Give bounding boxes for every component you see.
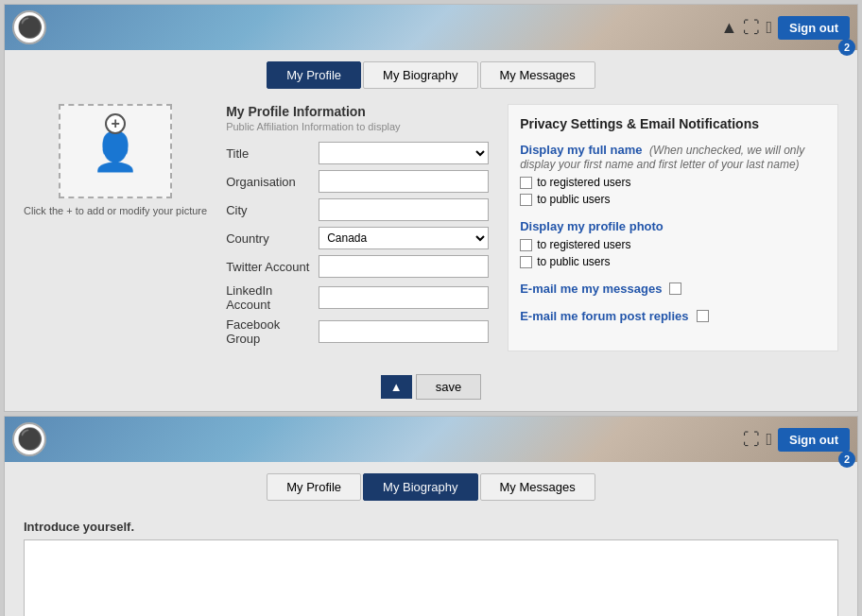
- content-area-1: + 👤 Click the + to add or modify your pi…: [5, 96, 857, 367]
- photo-caption: Click the + to add or modify your pictur…: [24, 204, 207, 218]
- display-name-registered-checkbox[interactable]: [520, 177, 532, 189]
- title-select[interactable]: [319, 142, 489, 164]
- header-left: ⚫: [12, 10, 46, 44]
- header-2: ⚫ ⛶  Sign out 2: [5, 417, 857, 462]
- tab-my-messages-2[interactable]: My Messages: [480, 473, 595, 501]
- upload-button[interactable]: ▲: [381, 375, 412, 399]
- facebook-label: Facebook Group: [226, 317, 311, 346]
- notification-badge-2: 2: [838, 451, 855, 468]
- facebook-row: Facebook Group: [226, 317, 489, 346]
- header-left-2: ⚫: [12, 422, 46, 456]
- privacy-section: Privacy Settings & Email Notifications D…: [508, 104, 838, 351]
- android-icon-2: ⛶: [743, 430, 760, 450]
- tab-my-messages[interactable]: My Messages: [480, 61, 595, 89]
- city-row: City: [226, 198, 489, 221]
- tabs-row-1: My Profile My Biography My Messages: [5, 50, 857, 96]
- email-messages-row: E-mail me my messages: [520, 282, 826, 296]
- avatar-2: ⚫: [12, 422, 46, 456]
- person-icon: 👤: [92, 132, 139, 170]
- save-row-1: ▲ save: [5, 367, 857, 411]
- header-1: ⚫ ▲ ⛶  Sign out 2: [5, 5, 857, 50]
- tabs-row-2: My Profile My Biography My Messages: [5, 462, 857, 508]
- email-forum-label: E-mail me forum post replies: [520, 309, 688, 323]
- add-photo-button[interactable]: +: [105, 113, 126, 134]
- linkedin-input[interactable]: [319, 286, 489, 309]
- header-icons-2: ⛶  Sign out: [743, 428, 850, 452]
- header-icons: ▲ ⛶  Sign out: [721, 16, 850, 40]
- display-name-registered-label: to registered users: [537, 176, 630, 189]
- form-subtitle: Public Affiliation Information to displa…: [226, 121, 489, 132]
- display-photo-row: Display my profile photo to registered u…: [520, 219, 826, 268]
- facebook-input[interactable]: [319, 320, 489, 343]
- display-photo-public-row: to public users: [520, 255, 826, 268]
- save-button-1[interactable]: save: [416, 374, 481, 400]
- panel-my-profile: ⚫ ▲ ⛶  Sign out 2 My Profile My Biograp…: [4, 4, 858, 412]
- tab-my-profile-2[interactable]: My Profile: [267, 473, 361, 501]
- signout-button-2[interactable]: Sign out: [778, 428, 850, 452]
- display-name-public-checkbox[interactable]: [520, 194, 532, 206]
- display-photo-label: Display my profile photo: [520, 219, 664, 233]
- email-messages-checkbox[interactable]: [669, 282, 681, 295]
- notification-badge: 2: [838, 39, 855, 56]
- display-photo-public-checkbox[interactable]: [520, 256, 532, 268]
- display-photo-registered-label: to registered users: [537, 238, 630, 251]
- title-label: Title: [226, 146, 311, 161]
- organisation-input[interactable]: [319, 170, 489, 193]
- twitter-input[interactable]: [319, 255, 489, 278]
- email-forum-checkbox[interactable]: [697, 310, 709, 322]
- country-label: Country: [226, 231, 311, 246]
- panel-my-biography: ⚫ ⛶  Sign out 2 My Profile My Biography…: [4, 416, 858, 616]
- photo-column: + 👤 Click the + to add or modify your pi…: [24, 104, 207, 351]
- display-name-public-row: to public users: [520, 193, 826, 206]
- profile-form: My Profile Information Public Affiliatio…: [226, 104, 489, 351]
- bio-content: Introduce yourself.: [5, 508, 857, 616]
- display-name-label: Display my full name: [520, 143, 642, 157]
- display-photo-registered-checkbox[interactable]: [520, 239, 532, 251]
- display-photo-public-label: to public users: [537, 255, 610, 268]
- signout-button[interactable]: Sign out: [778, 16, 850, 40]
- tab-my-profile[interactable]: My Profile: [267, 61, 361, 89]
- email-messages-label: E-mail me my messages: [520, 282, 662, 296]
- linkedin-row: LinkedIn Account: [226, 283, 489, 312]
- twitter-row: Twitter Account: [226, 255, 489, 278]
- city-label: City: [226, 203, 311, 217]
- email-forum-row: E-mail me forum post replies: [520, 309, 826, 323]
- country-row: Country Canada: [226, 227, 489, 249]
- android-icon: ▲: [721, 18, 738, 38]
- display-name-public-label: to public users: [537, 193, 610, 206]
- city-input[interactable]: [319, 198, 489, 221]
- bio-label: Introduce yourself.: [24, 520, 838, 534]
- linkedin-label: LinkedIn Account: [226, 283, 311, 312]
- display-photo-registered-row: to registered users: [520, 238, 826, 251]
- apple-icon-2: : [766, 430, 772, 450]
- display-name-checkboxes: to registered users to public users: [520, 176, 826, 206]
- display-name-registered-row: to registered users: [520, 176, 826, 189]
- form-title: My Profile Information: [226, 104, 489, 119]
- twitter-label: Twitter Account: [226, 260, 311, 274]
- photo-box: + 👤: [59, 104, 172, 198]
- display-photo-checkboxes: to registered users to public users: [520, 238, 826, 268]
- tab-my-biography-2[interactable]: My Biography: [363, 473, 477, 501]
- privacy-title: Privacy Settings & Email Notifications: [520, 116, 826, 131]
- title-row: Title: [226, 142, 489, 164]
- display-name-row: Display my full name (When unchecked, we…: [520, 143, 826, 206]
- tab-my-biography[interactable]: My Biography: [363, 61, 477, 89]
- apple-icon: : [766, 18, 772, 38]
- avatar: ⚫: [12, 10, 46, 44]
- organisation-row: Organisation: [226, 170, 489, 193]
- country-select[interactable]: Canada: [319, 227, 489, 249]
- android-icon2: ⛶: [743, 18, 760, 38]
- bio-textarea[interactable]: [24, 539, 838, 616]
- organisation-label: Organisation: [226, 175, 311, 189]
